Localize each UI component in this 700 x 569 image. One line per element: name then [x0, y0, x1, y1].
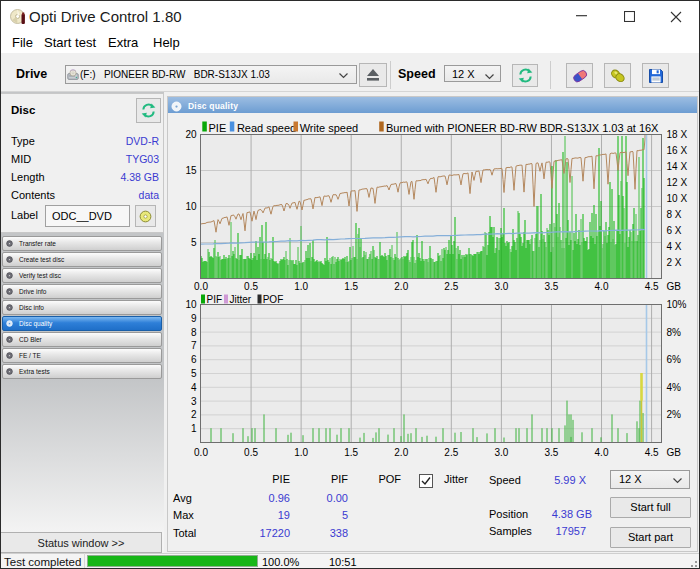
svg-text:PIF: PIF — [207, 294, 223, 305]
svg-text:15: 15 — [185, 165, 197, 176]
svg-text:0.5: 0.5 — [244, 281, 258, 292]
svg-text:4.5: 4.5 — [645, 447, 659, 458]
svg-text:1.0: 1.0 — [294, 447, 308, 458]
svg-text:4 X: 4 X — [667, 241, 682, 252]
svg-text:6%: 6% — [667, 354, 682, 365]
svg-text:5: 5 — [191, 368, 197, 379]
svg-text:3.5: 3.5 — [545, 447, 559, 458]
svg-text:10: 10 — [185, 299, 197, 310]
svg-text:1.5: 1.5 — [344, 281, 358, 292]
svg-text:16 X: 16 X — [667, 145, 688, 156]
svg-text:Jitter: Jitter — [230, 294, 252, 305]
svg-text:2 X: 2 X — [667, 257, 682, 268]
svg-text:0.0: 0.0 — [194, 447, 208, 458]
svg-text:2%: 2% — [667, 409, 682, 420]
svg-text:20: 20 — [185, 129, 197, 140]
svg-text:8: 8 — [191, 327, 197, 338]
svg-text:4.0: 4.0 — [595, 281, 609, 292]
svg-text:1.0: 1.0 — [294, 281, 308, 292]
svg-text:4%: 4% — [667, 382, 682, 393]
svg-text:9: 9 — [191, 313, 197, 324]
svg-text:POF: POF — [263, 294, 284, 305]
svg-text:1: 1 — [191, 423, 197, 434]
svg-text:Write speed: Write speed — [300, 122, 359, 134]
svg-text:5: 5 — [191, 237, 197, 248]
svg-text:10%: 10% — [667, 299, 687, 310]
svg-text:1.5: 1.5 — [344, 447, 358, 458]
svg-text:2.5: 2.5 — [444, 447, 458, 458]
svg-text:12 X: 12 X — [667, 177, 688, 188]
svg-text:4: 4 — [191, 382, 197, 393]
svg-text:18 X: 18 X — [667, 129, 688, 140]
svg-text:4.0: 4.0 — [595, 447, 609, 458]
svg-text:2.0: 2.0 — [394, 281, 408, 292]
svg-text:14 X: 14 X — [667, 161, 688, 172]
svg-text:GB: GB — [667, 281, 682, 292]
svg-text:GB: GB — [667, 447, 682, 458]
svg-text:2: 2 — [191, 409, 197, 420]
svg-text:10 X: 10 X — [667, 193, 688, 204]
svg-text:8%: 8% — [667, 327, 682, 338]
svg-text:Read speed: Read speed — [237, 122, 296, 134]
svg-text:6 X: 6 X — [667, 225, 682, 236]
svg-text:2.5: 2.5 — [444, 281, 458, 292]
svg-text:2.0: 2.0 — [394, 447, 408, 458]
svg-text:3.0: 3.0 — [494, 281, 508, 292]
svg-text:3.0: 3.0 — [494, 447, 508, 458]
svg-text:7: 7 — [191, 340, 197, 351]
svg-text:10: 10 — [185, 201, 197, 212]
svg-text:8 X: 8 X — [667, 209, 682, 220]
svg-text:3: 3 — [191, 396, 197, 407]
svg-text:3.5: 3.5 — [545, 281, 559, 292]
svg-text:Burned with PIONEER BD-RW BDR: Burned with PIONEER BD-RW BDR-S13JX 1.03… — [386, 122, 659, 134]
svg-text:PIE: PIE — [209, 122, 227, 134]
svg-text:6: 6 — [191, 354, 197, 365]
svg-text:0.0: 0.0 — [194, 281, 208, 292]
svg-text:4.5: 4.5 — [645, 281, 659, 292]
svg-text:0.5: 0.5 — [244, 447, 258, 458]
